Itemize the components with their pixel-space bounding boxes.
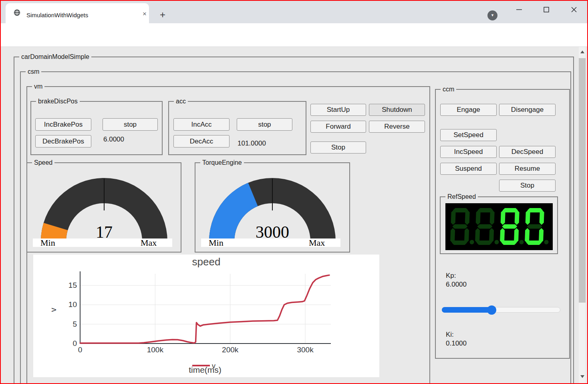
slider-thumb[interactable]: [487, 305, 496, 315]
fieldset-legend: csm: [26, 68, 41, 75]
acc-value: 101.0000: [238, 139, 266, 148]
window-minimize-button[interactable]: [513, 4, 525, 15]
disengage-button[interactable]: Disengage: [499, 104, 556, 116]
svg-text:300k: 300k: [297, 346, 314, 354]
gauge-min-label: Min: [40, 238, 55, 248]
svg-text:0: 0: [72, 339, 77, 348]
dec-acc-button[interactable]: DecAcc: [173, 135, 230, 148]
fieldset-legend: carDomainModelSimple: [19, 53, 91, 61]
browser-window: SimulationWithWidgets × + ▼: [0, 0, 588, 384]
dec-speed-button[interactable]: DecSpeed: [499, 146, 556, 158]
svg-text:10: 10: [68, 300, 77, 309]
svg-text:100k: 100k: [147, 346, 164, 354]
kp-slider[interactable]: [442, 305, 560, 314]
browser-toolbar: Not secure | 192.168.1.15:8080 Guest ⋮: [0, 23, 588, 47]
svg-text:200k: 200k: [222, 346, 239, 354]
speed-line-chart: 0510150100k200k300kvtime(ms)v: [33, 255, 379, 377]
svg-text:v: v: [212, 362, 215, 370]
acc-stop-button[interactable]: stop: [237, 118, 292, 131]
globe-favicon-icon: [14, 9, 20, 16]
fieldset-speed-gauge: Speed Min Max 17: [26, 162, 181, 253]
window-close-button[interactable]: [568, 4, 580, 15]
seven-segment-digits: [445, 203, 553, 250]
tab-close-icon[interactable]: ×: [139, 9, 150, 19]
inc-brake-pos-button[interactable]: IncBrakePos: [35, 118, 91, 131]
window-maximize-button[interactable]: [541, 4, 552, 15]
speed-gauge: Min Max 17: [27, 163, 181, 252]
brake-pos-value: 6.0000: [103, 135, 124, 143]
gauge-min-label: Min: [209, 238, 224, 248]
ccm-stop-button[interactable]: Stop: [499, 180, 556, 192]
resume-button[interactable]: Resume: [499, 163, 556, 175]
fieldset-torque-gauge: TorqueEngine Min Max 3000: [195, 162, 350, 253]
fieldset-legend: vm: [32, 83, 44, 90]
shutdown-button[interactable]: Shutdown: [369, 104, 425, 116]
inc-speed-button[interactable]: IncSpeed: [440, 146, 497, 158]
kp-value: 6.0000: [446, 281, 467, 289]
svg-text:v: v: [49, 308, 58, 312]
fieldset-legend: brakeDiscPos: [36, 98, 80, 105]
engage-button[interactable]: Engage: [440, 104, 497, 116]
speed-chart-card: speed 0510150100k200k300kvtime(ms)v: [33, 255, 379, 377]
ki-value: 0.1000: [446, 340, 467, 348]
ki-label: Ki:: [446, 331, 454, 339]
gauge-value: 17: [64, 222, 144, 242]
browser-tab[interactable]: SimulationWithWidgets ×: [6, 3, 149, 23]
scrollbar-thumb[interactable]: [579, 58, 586, 303]
scrollbar-up-arrow[interactable]: [580, 51, 584, 53]
forward-button[interactable]: Forward: [310, 121, 366, 133]
scrollbar-down-arrow[interactable]: [580, 375, 584, 378]
slider-fill: [442, 307, 491, 313]
fieldset-refspeed: RefSpeed: [440, 196, 558, 254]
fieldset-legend: ccm: [441, 86, 456, 93]
dec-brake-pos-button[interactable]: DecBrakePos: [35, 135, 91, 148]
set-speed-button[interactable]: SetSpeed: [440, 129, 497, 141]
tab-search-caret-icon[interactable]: ▼: [487, 10, 497, 20]
svg-text:0: 0: [78, 346, 83, 354]
svg-text:15: 15: [68, 281, 77, 289]
torque-gauge: Min Max 3000: [195, 163, 349, 252]
suspend-button[interactable]: Suspend: [440, 163, 497, 175]
gauge-value: 3000: [232, 222, 312, 242]
kp-label: Kp:: [446, 272, 456, 280]
new-tab-button[interactable]: +: [157, 10, 168, 21]
fieldset-legend: acc: [174, 98, 188, 105]
svg-text:5: 5: [72, 320, 77, 328]
tab-strip: SimulationWithWidgets × + ▼: [0, 0, 588, 23]
refspeed-seven-segment-display: [445, 203, 553, 250]
brake-stop-button[interactable]: stop: [103, 118, 158, 131]
startup-button[interactable]: StartUp: [310, 104, 366, 116]
fieldset-legend: RefSpeed: [445, 193, 478, 200]
svg-text:time(ms): time(ms): [189, 365, 222, 374]
tab-title: SimulationWithWidgets: [26, 12, 88, 18]
vm-stop-button[interactable]: Stop: [310, 141, 366, 154]
reverse-button[interactable]: Reverse: [369, 121, 425, 133]
inc-acc-button[interactable]: IncAcc: [173, 118, 230, 131]
